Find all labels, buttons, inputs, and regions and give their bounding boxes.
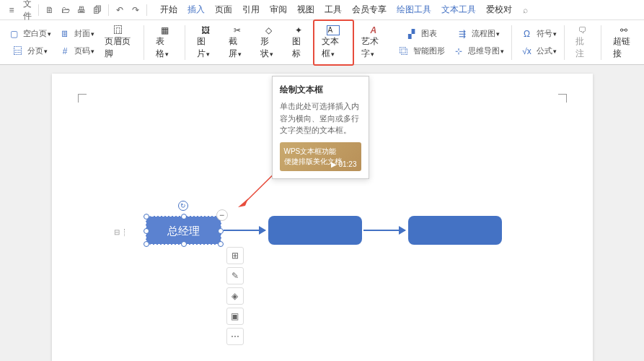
split-page-icon[interactable]: ⿳	[10, 43, 26, 59]
separator	[38, 4, 39, 16]
connector-arrow-2[interactable]	[363, 230, 405, 231]
open-icon[interactable]: 🗁	[58, 3, 73, 17]
tab-reference[interactable]: 引用	[237, 4, 265, 16]
tooltip-video-thumb[interactable]: WPS文本框功能 便捷排版美化文档 ▶ 01:23	[280, 142, 361, 171]
hyperlink-button[interactable]: ⚯超链接	[606, 21, 641, 64]
icon-button[interactable]: ✦图标	[285, 21, 313, 64]
image-icon: 🖼	[201, 25, 210, 35]
fit-button[interactable]: ▣	[226, 308, 244, 325]
wordart-icon: A	[371, 25, 377, 35]
tab-start[interactable]: 开始	[155, 4, 182, 16]
edit-button[interactable]: ✎	[226, 267, 244, 284]
table-icon: ▦	[161, 25, 169, 35]
comment-icon: 🗨	[578, 25, 587, 35]
group-pages: ▢空白页▾ ⿳分页▾	[3, 22, 54, 63]
screenshot-button[interactable]: ✂截屏▾	[221, 21, 253, 64]
resize-handle-se[interactable]	[218, 241, 224, 247]
tab-drawing-tools[interactable]: 绘图工具	[392, 4, 436, 16]
iconlib-icon: ✦	[295, 25, 302, 35]
connector-arrow-1[interactable]	[224, 230, 265, 231]
blank-page-icon[interactable]: ▢	[6, 26, 22, 42]
resize-handle-s[interactable]	[181, 241, 187, 247]
tab-text-tools[interactable]: 文本工具	[436, 4, 481, 16]
document-canvas[interactable]: 绘制文本框 单击此处可选择插入内容为横向、竖向或多行文字类型的文本框。 WPS文…	[52, 74, 593, 361]
textbox-tooltip: 绘制文本框 单击此处可选择插入内容为横向、竖向或多行文字类型的文本框。 WPS文…	[272, 76, 369, 179]
textbox-icon: A	[327, 25, 340, 35]
ruler-tab-mark: ⊟	[114, 228, 125, 236]
rotate-handle[interactable]: ↻	[178, 201, 188, 211]
cover-icon[interactable]: 🗏	[57, 26, 73, 42]
shape-3[interactable]	[408, 216, 502, 245]
file-menu[interactable]: 文件	[20, 3, 35, 17]
tab-review[interactable]: 审阅	[265, 4, 292, 16]
new-icon[interactable]: 🗎	[43, 3, 57, 17]
svg-marker-1	[238, 199, 248, 207]
tab-insert[interactable]: 插入	[182, 4, 210, 16]
group-charts: ▞图表 ⿻智能图形	[393, 22, 448, 63]
menu-bar: ≡ 文件 🗎 🗁 🖶 🗐 ↶ ↷ 开始 插入 页面 引用 审阅 视图 工具 会员…	[0, 0, 644, 20]
resize-handle-nw[interactable]	[144, 214, 149, 219]
undo-icon[interactable]: ↶	[113, 3, 127, 17]
tab-proofread[interactable]: 爱校对	[481, 4, 517, 16]
image-button[interactable]: 🖼图片▾	[190, 21, 221, 64]
mindmap-icon[interactable]: ⊹	[451, 43, 467, 59]
smartart-icon[interactable]: ⿻	[396, 43, 412, 59]
search-icon[interactable]: ⌕	[523, 5, 528, 15]
tooltip-description: 单击此处可选择插入内容为横向、竖向或多行文字类型的文本框。	[280, 100, 361, 136]
shape-2[interactable]	[268, 216, 362, 245]
margin-mark-tr	[558, 94, 567, 103]
symbol-icon[interactable]: Ω	[519, 26, 535, 42]
separator	[564, 25, 565, 60]
resize-handle-sw[interactable]	[144, 241, 149, 247]
video-title-1: WPS文本框功能	[284, 147, 357, 157]
tab-member[interactable]: 会员专享	[347, 4, 392, 16]
wordart-button[interactable]: A艺术字▾	[354, 21, 393, 64]
print-icon[interactable]: 🖶	[74, 3, 89, 17]
shape-icon: ◇	[265, 25, 272, 35]
resize-handle-n[interactable]	[181, 214, 187, 219]
more-button[interactable]: ⋯	[226, 328, 244, 345]
hyperlink-icon: ⚯	[620, 25, 627, 35]
separator	[146, 4, 147, 16]
separator	[108, 4, 109, 16]
header-footer-button[interactable]: ⿵ 页眉页脚	[97, 21, 139, 64]
pagenum-icon[interactable]: #	[57, 43, 73, 59]
formula-icon[interactable]: √x	[519, 43, 535, 59]
menu-hamburger[interactable]: ≡	[4, 3, 19, 17]
shape-selected[interactable]: 总经理 ↻ −	[146, 216, 221, 245]
chart-icon[interactable]: ▞	[404, 26, 420, 42]
video-duration: ▶ 01:23	[331, 160, 357, 168]
preview-icon[interactable]: 🗐	[90, 3, 105, 17]
separator	[185, 25, 185, 60]
group-diagrams: ⇶流程图▾ ⊹思维导图▾	[448, 22, 507, 63]
group-cover: 🗏封面▾ #页码▾	[54, 22, 97, 63]
style-button[interactable]: ◈	[226, 287, 244, 305]
redo-icon[interactable]: ↷	[128, 3, 143, 17]
table-button[interactable]: ▦表格▾	[149, 21, 180, 64]
tab-page[interactable]: 页面	[210, 4, 237, 16]
ribbon: ▢空白页▾ ⿳分页▾ 🗏封面▾ #页码▾ ⿵ 页眉页脚 ▦表格▾ 🖼图片▾ ✂截…	[0, 20, 644, 65]
layout-options-button[interactable]: ⊞	[226, 247, 244, 264]
separator	[144, 25, 144, 60]
tab-view[interactable]: 视图	[292, 4, 319, 16]
tab-tools[interactable]: 工具	[319, 4, 347, 16]
resize-handle-e[interactable]	[218, 228, 224, 234]
resize-handle-w[interactable]	[144, 228, 149, 234]
screenshot-icon: ✂	[234, 25, 241, 35]
separator	[601, 25, 601, 60]
quick-access-toolbar: ≡ 文件 🗎 🗁 🖶 🗐 ↶ ↷	[4, 3, 149, 17]
tooltip-title: 绘制文本框	[280, 84, 361, 96]
floating-toolbar: ⊞ ✎ ◈ ▣ ⋯	[226, 247, 244, 345]
margin-mark-tl	[78, 94, 87, 103]
separator	[511, 25, 512, 60]
group-symbols: Ω符号▾ √x公式▾	[516, 22, 560, 63]
collapse-handle[interactable]: −	[216, 209, 228, 221]
textbox-button[interactable]: A文本框▾	[313, 19, 355, 66]
header-footer-icon: ⿵	[114, 25, 123, 35]
flowchart-icon[interactable]: ⇶	[454, 26, 470, 42]
shape-button[interactable]: ◇形状▾	[253, 21, 285, 64]
comment-button[interactable]: 🗨批注	[568, 21, 596, 64]
